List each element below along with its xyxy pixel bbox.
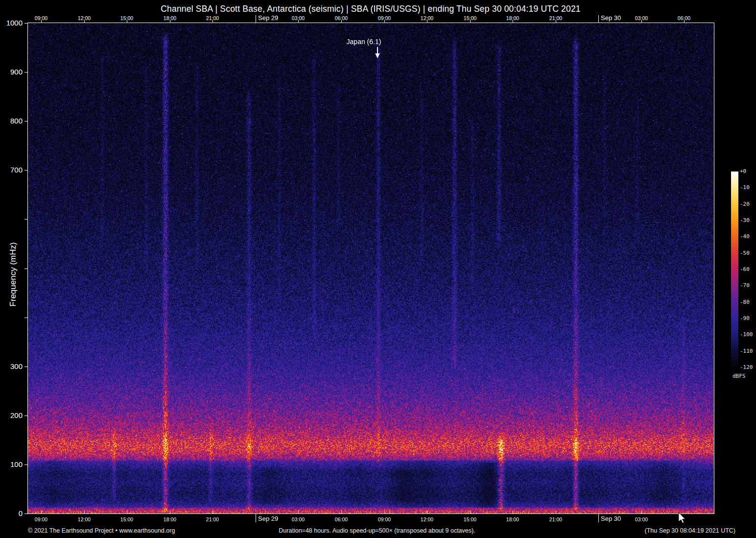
colorbar-tick-label: -20 <box>740 201 750 207</box>
x-tick-label-bottom: 03:00 <box>292 516 305 522</box>
x-tick-label-top: 09:00 <box>35 15 47 21</box>
x-tick-label-bottom: Sep 30 <box>601 515 621 522</box>
y-tick <box>24 121 28 122</box>
y-tick-label: 800 <box>0 117 23 125</box>
x-tick-label-top: 15:00 <box>120 15 133 21</box>
down-arrow-icon <box>375 47 380 59</box>
x-tick-bottom <box>641 511 642 514</box>
x-tick-bottom <box>513 511 513 514</box>
colorbar-tick-label: -120 <box>740 364 753 370</box>
x-tick-label-top: 21:00 <box>549 15 562 21</box>
x-tick-label-top: Sep 30 <box>601 14 621 22</box>
y-tick-label: 1000 <box>0 19 23 27</box>
y-tick <box>24 514 28 514</box>
y-tick-label: 200 <box>0 411 23 419</box>
colorbar-tick-label: -40 <box>740 233 750 240</box>
x-tick-bottom <box>384 511 385 514</box>
x-tick-label-bottom: 09:00 <box>378 516 391 522</box>
colorbar-tick-label: -100 <box>740 331 753 338</box>
x-tick-bottom <box>598 514 599 522</box>
earthquake-annotation-label: Japan (6.1) <box>347 38 381 46</box>
x-tick-bottom <box>556 511 556 514</box>
x-tick-label-bottom: 21:00 <box>206 516 219 522</box>
x-tick-bottom <box>427 511 427 514</box>
colorbar-tick-label: -30 <box>740 217 750 223</box>
x-tick-label-top: 12:00 <box>421 15 433 21</box>
colorbar-tick-label: -10 <box>740 184 750 191</box>
colorbar-tick-label: -60 <box>740 266 750 272</box>
y-tick-label: 700 <box>0 166 23 174</box>
y-tick <box>24 269 28 269</box>
y-tick <box>24 465 28 465</box>
x-tick-bottom <box>213 511 213 514</box>
x-tick-label-bottom: 03:00 <box>635 516 648 522</box>
x-tick-bottom <box>341 511 342 514</box>
x-tick-label-bottom: 18:00 <box>506 516 519 522</box>
mouse-cursor-icon <box>678 513 687 525</box>
spectrogram-canvas <box>28 23 714 514</box>
y-tick <box>24 416 28 416</box>
x-tick-label-top: 09:00 <box>378 15 391 21</box>
page-title: Channel SBA | Scott Base, Antarctica (se… <box>161 4 581 14</box>
x-tick-label-bottom: 12:00 <box>421 516 433 522</box>
x-tick-label-bottom: 09:00 <box>35 516 47 522</box>
x-tick-bottom <box>298 511 299 514</box>
x-tick-label-top: 15:00 <box>464 15 476 21</box>
colorbar-unit-label: dBFS <box>732 373 746 379</box>
y-tick <box>24 367 28 367</box>
y-tick-label: 300 <box>0 362 23 370</box>
x-tick-label-top: 06:00 <box>678 15 690 21</box>
x-tick-label-top: 18:00 <box>506 15 519 21</box>
x-tick-label-bottom: 15:00 <box>120 516 133 522</box>
footer-duration: Duration=48 hours. Audio speed-up=500× (… <box>279 527 475 534</box>
x-tick-top <box>256 15 256 23</box>
colorbar-tick-label: -90 <box>740 315 750 321</box>
x-tick-label-bottom: 06:00 <box>335 516 348 522</box>
x-tick-label-bottom: 21:00 <box>549 516 562 522</box>
x-tick-label-bottom: 18:00 <box>164 516 176 522</box>
x-tick-label-top: 06:00 <box>335 15 348 21</box>
x-tick-label-top: Sep 29 <box>258 14 278 22</box>
y-tick-label: 0 <box>0 509 23 517</box>
x-tick-bottom <box>170 511 170 514</box>
footer-copyright: © 2021 The Earthsound Project • www.eart… <box>28 527 175 534</box>
x-tick-label-top: 12:00 <box>78 15 91 21</box>
x-tick-label-bottom: 12:00 <box>78 516 91 522</box>
x-tick-bottom <box>256 514 256 522</box>
x-tick-label-bottom: Sep 29 <box>258 515 278 522</box>
colorbar-tick-label: -70 <box>740 282 750 289</box>
y-axis-title: Frequency (mHz) <box>8 242 18 306</box>
y-tick-label: 900 <box>0 68 23 76</box>
x-tick-bottom <box>84 511 85 514</box>
x-tick-label-top: 21:00 <box>206 15 219 21</box>
x-tick-top <box>598 15 599 23</box>
y-tick <box>24 219 28 220</box>
spectrogram-page: Channel SBA | Scott Base, Antarctica (se… <box>0 0 756 538</box>
colorbar-tick-label: +0 <box>740 168 746 174</box>
colorbar-tick-label: -80 <box>740 299 750 305</box>
colorbar-tick-label: -50 <box>740 250 750 256</box>
footer-render-timestamp: (Thu Sep 30 08:04:19 2021 UTC) <box>644 527 735 534</box>
x-tick-label-bottom: 15:00 <box>464 516 476 522</box>
y-tick-label: 100 <box>0 460 23 468</box>
y-tick <box>24 318 28 318</box>
colorbar-tick-label: -110 <box>740 348 753 354</box>
y-tick <box>24 23 28 24</box>
x-tick-bottom <box>470 511 471 514</box>
colorbar <box>731 171 738 367</box>
y-tick <box>24 170 28 171</box>
spectrogram-plot <box>28 23 714 514</box>
x-tick-bottom <box>127 511 127 514</box>
x-tick-bottom <box>41 511 42 514</box>
x-tick-label-top: 18:00 <box>164 15 176 21</box>
x-tick-label-top: 03:00 <box>635 15 648 21</box>
y-tick <box>24 72 28 73</box>
x-tick-label-top: 03:00 <box>292 15 305 21</box>
